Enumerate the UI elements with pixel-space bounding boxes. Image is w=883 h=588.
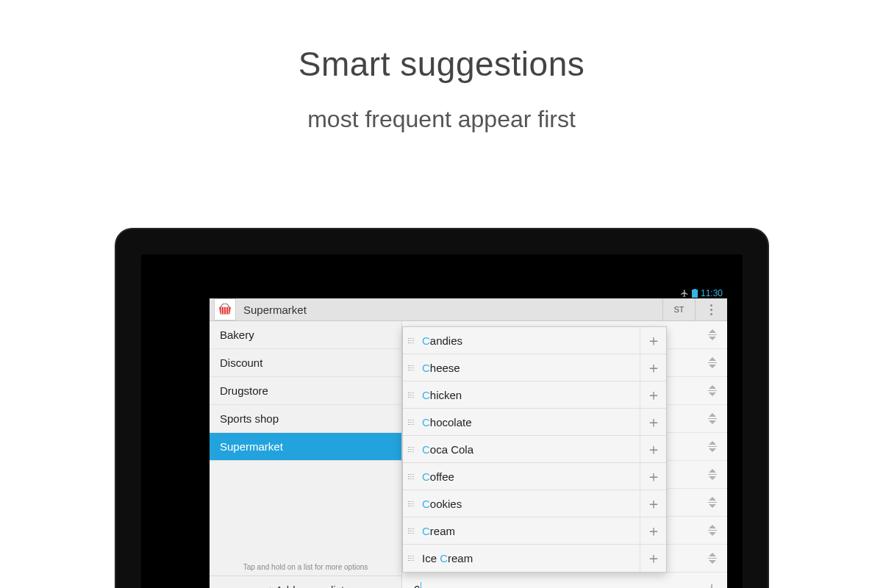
- sidebar-item-discount[interactable]: Discount: [210, 349, 401, 377]
- suggestion-add-button[interactable]: ＋: [640, 463, 666, 490]
- suggestion-label: Coffee: [422, 470, 640, 483]
- add-list-button[interactable]: + Add a new list: [210, 576, 401, 588]
- app-title: Supermarket: [243, 304, 307, 316]
- status-time: 11:30: [701, 288, 723, 298]
- add-item-input[interactable]: c: [411, 578, 698, 588]
- sidebar-item-supermarket[interactable]: Supermarket: [210, 433, 401, 461]
- drag-handle-icon[interactable]: [406, 474, 416, 479]
- suggestion-add-button[interactable]: ＋: [640, 545, 666, 572]
- add-item-input-value: c: [414, 582, 420, 588]
- suggestion-add-button[interactable]: ＋: [640, 517, 666, 544]
- drag-handle-icon[interactable]: [406, 338, 416, 343]
- airplane-mode-icon: [680, 289, 689, 298]
- marketing-heading: Smart suggestions: [0, 44, 883, 84]
- suggestion-add-button[interactable]: ＋: [640, 354, 666, 381]
- drag-handle-icon[interactable]: [406, 447, 416, 452]
- device-screen: 11:30 Supermarket ST: [210, 288, 727, 588]
- quantity-stepper-icon[interactable]: [705, 384, 720, 398]
- suggestion-add-button[interactable]: ＋: [640, 327, 666, 354]
- drag-handle-icon[interactable]: [406, 556, 416, 561]
- app-icon[interactable]: [214, 298, 236, 320]
- appbar-overflow[interactable]: [695, 298, 727, 320]
- battery-icon: [692, 289, 698, 298]
- sidebar: BakeryDiscountDrugstoreSports shopSuperm…: [210, 321, 402, 588]
- basket-icon: [218, 304, 232, 315]
- suggestion-item[interactable]: Cream＋: [403, 517, 666, 545]
- suggestion-label: Coca Cola: [422, 443, 640, 456]
- suggestion-item[interactable]: Coca Cola＋: [403, 436, 666, 463]
- suggestion-item[interactable]: Chocolate＋: [403, 409, 666, 436]
- quantity-stepper-icon[interactable]: [705, 356, 720, 370]
- quantity-stepper-icon[interactable]: [705, 440, 720, 454]
- svg-rect-1: [693, 289, 696, 290]
- quantity-stepper-icon[interactable]: [705, 467, 720, 482]
- sidebar-list: BakeryDiscountDrugstoreSports shopSuperm…: [210, 321, 401, 557]
- suggestion-label: Candies: [422, 334, 640, 347]
- sidebar-item-sports-shop[interactable]: Sports shop: [210, 405, 401, 433]
- suggestion-item[interactable]: Coffee＋: [403, 463, 666, 490]
- suggestion-label: Chicken: [422, 389, 640, 401]
- sidebar-hint: Tap and hold on a list for more options: [210, 557, 401, 576]
- suggestion-item[interactable]: Ice Cream＋: [403, 545, 666, 572]
- sidebar-item-drugstore[interactable]: Drugstore: [210, 377, 401, 405]
- suggestion-label: Cream: [422, 525, 640, 537]
- quantity-stepper-icon[interactable]: [705, 495, 720, 510]
- quantity-stepper-icon[interactable]: [705, 551, 720, 566]
- tablet-bezel: 11:30 Supermarket ST: [141, 254, 743, 588]
- suggestions-popup: Candies＋Cheese＋Chicken＋Chocolate＋Coca Co…: [402, 326, 667, 573]
- suggestion-add-button[interactable]: ＋: [640, 381, 666, 408]
- add-item-row: c ＋: [402, 573, 727, 588]
- add-item-plus-icon[interactable]: ＋: [704, 580, 720, 588]
- content-area: BakeryDiscountDrugstoreSports shopSuperm…: [210, 321, 727, 588]
- suggestion-add-button[interactable]: ＋: [640, 436, 666, 462]
- drag-handle-icon[interactable]: [406, 392, 416, 398]
- overflow-icon: [710, 304, 712, 315]
- appbar-action-st[interactable]: ST: [662, 298, 695, 320]
- sidebar-item-bakery[interactable]: Bakery: [210, 321, 401, 349]
- svg-rect-0: [692, 290, 698, 298]
- quantity-stepper-icon[interactable]: [705, 412, 720, 426]
- marketing-subheading: most frequent appear first: [0, 106, 883, 133]
- suggestion-label: Ice Cream: [422, 552, 640, 564]
- suggestion-label: Chocolate: [422, 416, 640, 429]
- status-bar: 11:30: [210, 288, 727, 298]
- suggestion-item[interactable]: Cheese＋: [403, 354, 666, 381]
- app-bar: Supermarket ST: [210, 298, 727, 321]
- quantity-stepper-icon[interactable]: [705, 523, 720, 538]
- suggestion-label: Cookies: [422, 498, 640, 510]
- drag-handle-icon[interactable]: [406, 501, 416, 506]
- suggestion-item[interactable]: Cookies＋: [403, 490, 666, 517]
- suggestion-item[interactable]: Chicken＋: [403, 381, 666, 409]
- drag-handle-icon[interactable]: [406, 365, 416, 370]
- main-panel: c ＋ Candies＋Cheese＋Chicken＋Chocolate＋Coc…: [402, 321, 727, 588]
- quantity-stepper-icon[interactable]: [705, 328, 720, 343]
- suggestion-add-button[interactable]: ＋: [640, 409, 666, 435]
- suggestion-label: Cheese: [422, 362, 640, 374]
- suggestion-add-button[interactable]: ＋: [640, 490, 666, 517]
- drag-handle-icon[interactable]: [406, 528, 416, 534]
- tablet-frame: 11:30 Supermarket ST: [115, 228, 769, 588]
- text-caret: [421, 582, 421, 588]
- suggestion-item[interactable]: Candies＋: [403, 327, 666, 354]
- drag-handle-icon[interactable]: [406, 420, 416, 425]
